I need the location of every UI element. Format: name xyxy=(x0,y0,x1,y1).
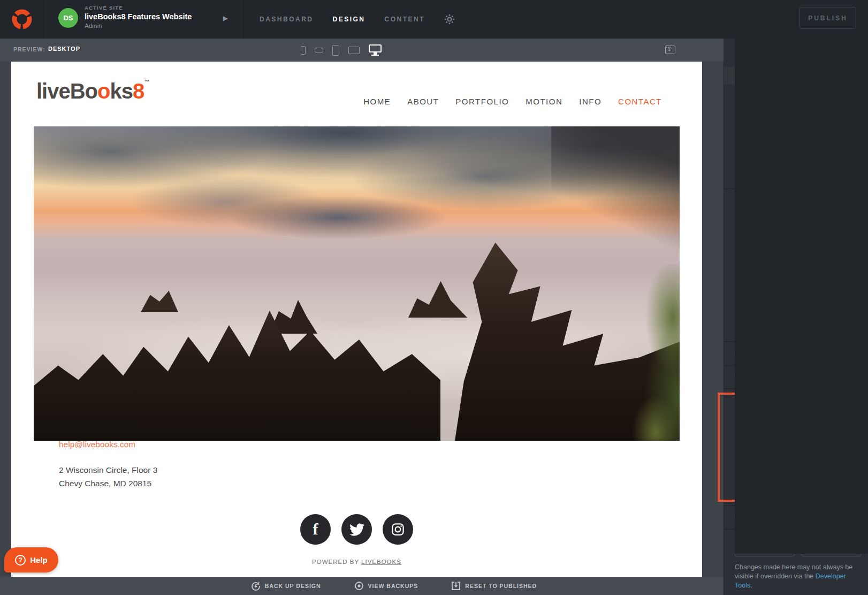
phone-landscape-icon[interactable] xyxy=(315,48,323,52)
gear-icon[interactable] xyxy=(444,14,455,25)
site-nav: HOME ABOUT PORTFOLIO MOTION INFO CONTACT xyxy=(363,97,662,106)
livebooks-logo-icon xyxy=(10,7,34,31)
site-nav-contact[interactable]: CONTACT xyxy=(618,97,662,106)
social-icons-row: f xyxy=(11,514,702,545)
preview-mode: DESKTOP xyxy=(48,46,80,52)
hero-photo-seascape xyxy=(34,126,680,441)
address-block: 2 Wisconsin Circle, Floor 3 Chevy Chase,… xyxy=(59,463,157,490)
tablet-landscape-icon[interactable] xyxy=(348,47,360,54)
site-logo[interactable]: liveBooks8™ xyxy=(36,79,149,103)
site-nav-info[interactable]: INFO xyxy=(579,97,601,106)
site-nav-motion[interactable]: MOTION xyxy=(526,97,562,106)
nav-content[interactable]: CONTENT xyxy=(385,16,425,23)
reset-to-published-button[interactable]: RESET TO PUBLISHED xyxy=(451,581,537,591)
top-nav: DASHBOARD DESIGN CONTENT xyxy=(243,0,455,39)
panel-tabs: SITEWIDE PAGE xyxy=(724,39,868,62)
instagram-icon[interactable] xyxy=(383,514,413,545)
publish-button[interactable]: PUBLISH xyxy=(800,7,856,29)
backup-circular-arrow-icon xyxy=(251,581,261,591)
site-nav-portfolio[interactable]: PORTFOLIO xyxy=(455,97,509,106)
app-window: DS ACTIVE SITE liveBooks8 Features Websi… xyxy=(0,0,868,595)
top-bar: DS ACTIVE SITE liveBooks8 Features Websi… xyxy=(0,0,868,39)
address-line-2: Chevy Chase, MD 20815 xyxy=(59,477,157,490)
site-preview-area: liveBooks8™ HOME ABOUT PORTFOLIO MOTION … xyxy=(0,62,724,577)
site-name: liveBooks8 Features Website xyxy=(85,12,192,21)
site-switcher-arrow-icon[interactable]: ▶ xyxy=(223,14,228,22)
powered-by: POWERED BY LIVEBOOKS xyxy=(11,559,702,565)
view-backups-button[interactable]: VIEW BACKUPS xyxy=(354,581,418,591)
bottom-toolbar: BACK UP DESIGN VIEW BACKUPS RESET TO PUB… xyxy=(0,577,724,595)
active-site-switcher[interactable]: DS ACTIVE SITE liveBooks8 Features Websi… xyxy=(44,0,243,39)
preview-label: PREVIEW: xyxy=(13,46,45,52)
twitter-icon[interactable] xyxy=(341,514,372,545)
desktop-icon[interactable] xyxy=(369,44,383,56)
site-preview-page: liveBooks8™ HOME ABOUT PORTFOLIO MOTION … xyxy=(11,62,702,577)
panel-note: Changes made here may not always be visi… xyxy=(735,563,857,590)
reset-download-icon xyxy=(451,581,461,591)
help-button[interactable]: ? Help xyxy=(4,547,58,573)
nav-design[interactable]: DESIGN xyxy=(333,16,366,23)
preview-toolbar: PREVIEW: DESKTOP SITEWIDE PAGE xyxy=(0,39,868,62)
device-switcher xyxy=(301,39,383,62)
nav-dashboard[interactable]: DASHBOARD xyxy=(260,16,314,23)
facebook-icon[interactable]: f xyxy=(300,514,331,545)
help-label: Help xyxy=(30,555,48,564)
site-role: Admin xyxy=(85,22,192,29)
address-line-1: 2 Wisconsin Circle, Floor 3 xyxy=(59,463,157,477)
back-up-design-button[interactable]: BACK UP DESIGN xyxy=(251,581,321,591)
avatar: DS xyxy=(58,8,78,28)
livebooks-logo[interactable] xyxy=(0,0,44,39)
tablet-portrait-icon[interactable] xyxy=(332,45,339,56)
powered-by-link[interactable]: LIVEBOOKS xyxy=(361,559,401,565)
site-nav-about[interactable]: ABOUT xyxy=(407,97,439,106)
new-window-icon[interactable] xyxy=(665,46,675,54)
active-site-label: ACTIVE SITE xyxy=(85,5,192,11)
phone-portrait-icon[interactable] xyxy=(301,46,306,55)
site-nav-home[interactable]: HOME xyxy=(363,97,391,106)
tab-page[interactable]: PAGE xyxy=(735,39,868,554)
question-mark-icon: ? xyxy=(15,555,26,566)
email-link[interactable]: help@livebooks.com xyxy=(59,440,135,449)
circle-dot-icon xyxy=(354,581,364,591)
